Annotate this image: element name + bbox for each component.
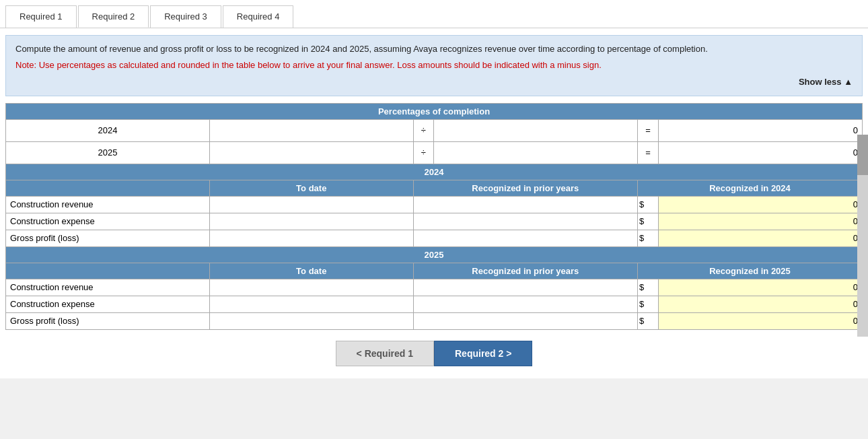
next-label: Required 2: [455, 348, 503, 359]
tab-required1[interactable]: Required 1: [5, 5, 77, 28]
gross-profit-2024-label: Gross profit (loss): [6, 230, 210, 246]
chevron-right-icon: [503, 348, 511, 359]
construction-revenue-2024-dollar: $: [637, 196, 658, 213]
tab-required4[interactable]: Required 4: [223, 5, 294, 28]
gross-profit-2024-input1[interactable]: [209, 230, 413, 246]
section-2024-header: 2024: [6, 164, 863, 180]
year-2024-label: 2024: [6, 119, 210, 141]
info-note: Note: Use percentages as calculated and …: [15, 59, 853, 72]
main-table: Percentages of completion 2024 ÷ = 0 202…: [5, 103, 863, 330]
construction-expense-2024-input1[interactable]: [209, 213, 413, 230]
gross-profit-2025-input2[interactable]: [413, 312, 637, 329]
section-2024-label: 2024: [6, 164, 863, 180]
construction-expense-2024-label: Construction expense: [6, 213, 210, 230]
col-recognized-2025: Recognized in 2025: [637, 263, 862, 279]
prev-button[interactable]: Required 1: [336, 341, 434, 366]
result-2025: 0: [659, 141, 863, 164]
equals-symbol-2025: =: [637, 141, 658, 164]
col-to-date-2024: To date: [209, 180, 413, 196]
year-2025-input2[interactable]: [434, 141, 638, 164]
info-box: Compute the amount of revenue and gross …: [5, 35, 863, 96]
construction-revenue-2024-result: 0: [659, 196, 863, 213]
construction-expense-2024-result: 0: [659, 213, 863, 230]
year-2024-input1[interactable]: [209, 119, 413, 141]
result-2024: 0: [659, 119, 863, 141]
col-header-2024: To date Recognized in prior years Recogn…: [6, 180, 863, 196]
construction-expense-2025-result: 0: [659, 296, 863, 312]
construction-expense-2025-input1[interactable]: [209, 296, 413, 312]
year-2024-input2[interactable]: [434, 119, 638, 141]
construction-expense-2025-row: Construction expense $ 0: [6, 296, 863, 312]
gross-profit-2024-input2[interactable]: [413, 230, 637, 246]
show-less-button[interactable]: Show less ▲: [15, 75, 853, 89]
col-recognized-2024: Recognized in 2024: [637, 180, 862, 196]
construction-expense-2024-row: Construction expense $ 0: [6, 213, 863, 230]
gross-profit-2025-input1[interactable]: [209, 312, 413, 329]
construction-expense-2024-input2[interactable]: [413, 213, 637, 230]
construction-revenue-2024-label: Construction revenue: [6, 196, 210, 213]
section-2025-label: 2025: [6, 246, 863, 263]
next-button[interactable]: Required 2: [434, 341, 532, 366]
gross-profit-2025-label: Gross profit (loss): [6, 312, 210, 329]
col-to-date-2025: To date: [209, 263, 413, 279]
construction-revenue-2024-row: Construction revenue $ 0: [6, 196, 863, 213]
tabs-container: Required 1 Required 2 Required 3 Require…: [0, 0, 868, 28]
construction-revenue-2025-label: Construction revenue: [6, 279, 210, 296]
construction-revenue-2025-dollar: $: [637, 279, 658, 296]
info-main-text: Compute the amount of revenue and gross …: [15, 44, 708, 54]
construction-revenue-2025-input1[interactable]: [209, 279, 413, 296]
year-2025-input1[interactable]: [209, 141, 413, 164]
construction-expense-2025-dollar: $: [637, 296, 658, 312]
col-empty-2025: [6, 263, 210, 279]
gross-profit-2024-row: Gross profit (loss) $ 0: [6, 230, 863, 246]
chevron-left-icon: [357, 348, 365, 359]
divide-symbol-2025: ÷: [413, 141, 433, 164]
col-prior-2024: Recognized in prior years: [413, 180, 637, 196]
col-prior-2025: Recognized in prior years: [413, 263, 637, 279]
gross-profit-2025-dollar: $: [637, 312, 658, 329]
construction-revenue-2024-input2[interactable]: [413, 196, 637, 213]
scrollbar[interactable]: [857, 135, 868, 337]
gross-profit-2025-row: Gross profit (loss) $ 0: [6, 312, 863, 329]
year-2025-row: 2025 ÷ = 0: [6, 141, 863, 164]
tab-required3[interactable]: Required 3: [150, 5, 221, 28]
year-2025-label: 2025: [6, 141, 210, 164]
construction-revenue-2025-row: Construction revenue $ 0: [6, 279, 863, 296]
content-area: Percentages of completion 2024 ÷ = 0 202…: [0, 103, 868, 378]
gross-profit-2024-result: 0: [659, 230, 863, 246]
divide-symbol-2024: ÷: [413, 119, 433, 141]
construction-expense-2025-label: Construction expense: [6, 296, 210, 312]
construction-expense-2024-dollar: $: [637, 213, 658, 230]
col-header-2025: To date Recognized in prior years Recogn…: [6, 263, 863, 279]
construction-revenue-2025-result: 0: [659, 279, 863, 296]
construction-expense-2025-input2[interactable]: [413, 296, 637, 312]
section-2025-header: 2025: [6, 246, 863, 263]
pct-header-row: Percentages of completion: [6, 103, 863, 119]
year-2024-row: 2024 ÷ = 0: [6, 119, 863, 141]
nav-buttons: Required 1 Required 2: [5, 330, 863, 372]
construction-revenue-2025-input2[interactable]: [413, 279, 637, 296]
gross-profit-2025-result: 0: [659, 312, 863, 329]
col-empty-2024: [6, 180, 210, 196]
tab-required2[interactable]: Required 2: [78, 5, 149, 28]
scrollbar-thumb[interactable]: [857, 135, 868, 175]
prev-label: Required 1: [365, 348, 413, 359]
equals-symbol-2024: =: [637, 119, 658, 141]
pct-header-cell: Percentages of completion: [6, 103, 863, 119]
gross-profit-2024-dollar: $: [637, 230, 658, 246]
construction-revenue-2024-input1[interactable]: [209, 196, 413, 213]
